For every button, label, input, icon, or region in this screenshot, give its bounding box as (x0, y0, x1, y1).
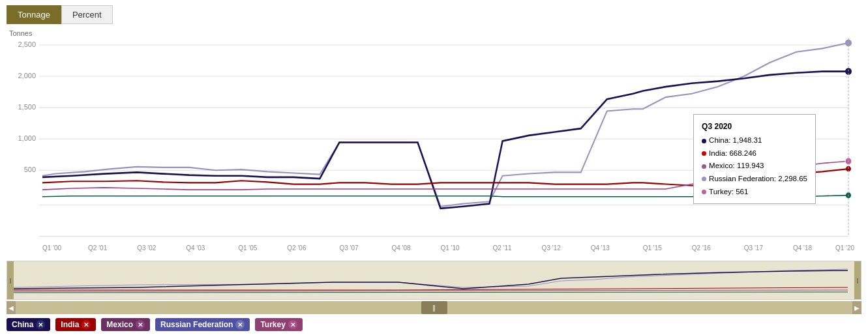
navigator: ‖ ‖ (7, 261, 861, 300)
legend-india-label: India (61, 320, 79, 329)
svg-text:2,000: 2,000 (18, 72, 37, 80)
svg-text:Q2 '16: Q2 '16 (692, 244, 711, 252)
right-arrow-icon: ▶ (854, 304, 860, 312)
navigator-handle-right[interactable]: ‖ (854, 261, 861, 299)
nav-right-handle-icon: ‖ (856, 278, 859, 284)
legend-item-china[interactable]: China ✕ (7, 318, 50, 331)
svg-text:Q4 '18: Q4 '18 (793, 244, 812, 252)
legend-china-label: China (12, 320, 33, 329)
navigator-inner: ‖ ‖ (7, 261, 861, 299)
scrollbar-thumb[interactable]: ‖ (421, 301, 447, 314)
legend-item-russia[interactable]: Russian Federation ✕ (155, 318, 250, 331)
svg-text:Q4 '13: Q4 '13 (591, 244, 610, 252)
svg-text:2,500: 2,500 (18, 40, 37, 48)
main-chart: 2,500 2,000 1,500 1,000 500 Q1 '00 Q2 '0… (7, 24, 861, 261)
legend-russia-label: Russian Federation (160, 320, 233, 329)
svg-text:1,500: 1,500 (18, 103, 37, 111)
legend-india-remove[interactable]: ✕ (82, 320, 91, 329)
nav-left-handle-icon: ‖ (9, 278, 12, 284)
y-axis-label: Tonnes (9, 29, 32, 37)
tab-percent[interactable]: Percent (61, 5, 113, 24)
legend-china-remove[interactable]: ✕ (36, 320, 45, 329)
svg-text:Q2 '06: Q2 '06 (287, 244, 306, 252)
main-container: Tonnage Percent Tonnes 2,500 2,000 1,500… (0, 0, 868, 335)
svg-text:Q3 '17: Q3 '17 (744, 244, 763, 252)
svg-text:Q2 '11: Q2 '11 (493, 244, 512, 252)
legend-item-turkey[interactable]: Turkey ✕ (255, 318, 302, 331)
svg-text:Q1 '05: Q1 '05 (238, 244, 257, 252)
scrollbar: ◀ ‖ ▶ (7, 301, 861, 314)
svg-text:Q1 '15: Q1 '15 (643, 244, 662, 252)
svg-text:500: 500 (24, 166, 36, 173)
legend-russia-remove[interactable]: ✕ (235, 320, 245, 329)
scrollbar-thumb-icon: ‖ (432, 304, 436, 312)
svg-text:Q2 '01: Q2 '01 (88, 244, 107, 252)
chart-wrapper: Tonnes 2,500 2,000 1,500 1,000 500 Q1 '0… (0, 24, 868, 261)
legend-turkey-label: Turkey (260, 320, 285, 329)
svg-text:1,000: 1,000 (18, 134, 37, 142)
svg-text:Q1 '00: Q1 '00 (42, 244, 61, 252)
svg-text:Q1 '10: Q1 '10 (441, 244, 460, 252)
legend-turkey-remove[interactable]: ✕ (288, 320, 297, 329)
left-arrow-icon: ◀ (8, 304, 14, 312)
svg-text:Q3 '07: Q3 '07 (339, 244, 358, 252)
svg-text:Q1 '20: Q1 '20 (835, 244, 854, 252)
scrollbar-left-arrow[interactable]: ◀ (7, 301, 16, 314)
legend-mexico-label: Mexico (106, 320, 133, 329)
legend-item-mexico[interactable]: Mexico ✕ (101, 318, 150, 331)
svg-text:Q4 '08: Q4 '08 (391, 244, 410, 252)
svg-text:Q3 '12: Q3 '12 (542, 244, 561, 252)
legend-item-india[interactable]: India ✕ (55, 318, 96, 331)
legend: China ✕ India ✕ Mexico ✕ Russian Federat… (0, 314, 868, 335)
scrollbar-right-arrow[interactable]: ▶ (852, 301, 861, 314)
svg-text:Q4 '03: Q4 '03 (186, 244, 205, 252)
tab-bar: Tonnage Percent (0, 0, 868, 24)
tab-tonnage[interactable]: Tonnage (7, 5, 61, 24)
svg-text:Q3 '02: Q3 '02 (137, 244, 156, 252)
legend-mexico-remove[interactable]: ✕ (136, 320, 145, 329)
navigator-handle-left[interactable]: ‖ (7, 261, 14, 299)
